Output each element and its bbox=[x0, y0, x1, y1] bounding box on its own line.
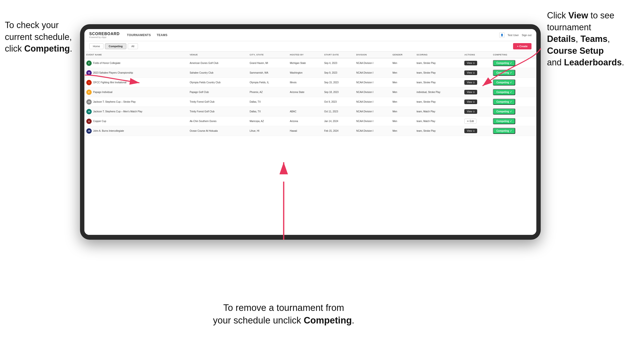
app-header: SCOREBOARD Powered by clippi TOURNAMENTS… bbox=[84, 29, 536, 41]
cell-competing: Competing bbox=[491, 107, 536, 117]
cell-hosted-by: Hawaii bbox=[288, 126, 322, 136]
view-button[interactable]: View ⊙ bbox=[464, 129, 477, 133]
cell-scoring: team, Match Play bbox=[414, 117, 462, 126]
cell-start-date: Feb 15, 2024 bbox=[322, 126, 354, 136]
cell-hosted-by: Arizona bbox=[288, 117, 322, 126]
create-button[interactable]: + Create bbox=[513, 43, 532, 49]
col-gender: GENDER bbox=[390, 52, 414, 58]
table-header-row: EVENT NAME VENUE CITY, STATE HOSTED BY S… bbox=[84, 52, 536, 58]
cell-scoring: team, Stroke Play bbox=[414, 126, 462, 136]
col-start-date: START DATE bbox=[322, 52, 354, 58]
tablet-frame: SCOREBOARD Powered by clippi TOURNAMENTS… bbox=[80, 24, 541, 240]
cell-actions: View ⊙ bbox=[462, 107, 491, 117]
competing-badge[interactable]: Competing bbox=[493, 70, 515, 76]
cell-division: NCAA Division I bbox=[354, 107, 390, 117]
table-row: JS Jackson T. Stephens Cup – Men's Match… bbox=[84, 107, 536, 117]
team-logo: JS bbox=[86, 109, 92, 114]
view-button[interactable]: View ⊙ bbox=[464, 100, 477, 104]
cell-start-date: Oct 9, 2023 bbox=[322, 97, 354, 107]
cell-gender: Men bbox=[390, 107, 414, 117]
cell-scoring: individual, Stroke Play bbox=[414, 87, 462, 97]
view-button[interactable]: View ⊙ bbox=[464, 90, 477, 94]
nav-teams[interactable]: TEAMS bbox=[157, 33, 168, 37]
tablet-screen: SCOREBOARD Powered by clippi TOURNAMENTS… bbox=[84, 29, 536, 235]
filter-all-button[interactable]: All bbox=[128, 43, 138, 49]
cell-event-name: I OFCC Fighting Illini Invitational bbox=[84, 78, 188, 87]
table-row: F Folds of Honor Collegiate American Dun… bbox=[84, 58, 536, 68]
cell-actions: View ⊙ bbox=[462, 97, 491, 107]
col-scoring: SCORING bbox=[414, 52, 462, 58]
view-button[interactable]: View ⊙ bbox=[464, 80, 477, 85]
tournaments-table: EVENT NAME VENUE CITY, STATE HOSTED BY S… bbox=[84, 52, 536, 136]
col-competing: COMPETING bbox=[491, 52, 536, 58]
scoreboard-title: SCOREBOARD bbox=[89, 32, 120, 36]
event-name-text: Jackson T. Stephens Cup – Stroke Play bbox=[93, 101, 136, 103]
competing-badge[interactable]: Competing bbox=[493, 109, 515, 115]
cell-city-state: Dallas, TX bbox=[248, 97, 288, 107]
cell-start-date: Sep 15, 2023 bbox=[322, 78, 354, 87]
cell-competing: Competing bbox=[491, 97, 536, 107]
cell-competing: Competing bbox=[491, 68, 536, 78]
table-row: JS Jackson T. Stephens Cup – Stroke Play… bbox=[84, 97, 536, 107]
cell-competing: Competing bbox=[491, 78, 536, 87]
scoreboard-powered: Powered by clippi bbox=[89, 36, 120, 38]
cell-venue: Trinity Forest Golf Club bbox=[188, 97, 248, 107]
cell-scoring: team, Stroke Play bbox=[414, 78, 462, 87]
cell-actions: ✏ Edit bbox=[462, 117, 491, 126]
competing-badge[interactable]: Competing bbox=[493, 128, 515, 134]
event-name-text: John A. Burns Intercollegiate bbox=[93, 130, 124, 132]
nav-tournaments[interactable]: TOURNAMENTS bbox=[127, 33, 151, 37]
view-button[interactable]: View ⊙ bbox=[464, 70, 477, 75]
cell-venue: Sahalee Country Club bbox=[188, 68, 248, 78]
table-container: EVENT NAME VENUE CITY, STATE HOSTED BY S… bbox=[84, 52, 536, 235]
cell-division: NCAA Division I bbox=[354, 87, 390, 97]
view-button[interactable]: View ⊙ bbox=[464, 61, 477, 65]
cell-scoring: team, Stroke Play bbox=[414, 97, 462, 107]
cell-city-state: Phoenix, AZ bbox=[248, 87, 288, 97]
table-row: I OFCC Fighting Illini Invitational Olym… bbox=[84, 78, 536, 87]
team-logo: P bbox=[86, 90, 92, 95]
cell-actions: View ⊙ bbox=[462, 58, 491, 68]
cell-competing: Competing bbox=[491, 117, 536, 126]
cell-competing: Competing bbox=[491, 87, 536, 97]
cell-division: NCAA Division I bbox=[354, 126, 390, 136]
team-logo: JS bbox=[86, 99, 92, 105]
cell-venue: Ak-Chin Southern Dunes bbox=[188, 117, 248, 126]
cell-scoring: team, Match Play bbox=[414, 107, 462, 117]
competing-badge[interactable]: Competing bbox=[493, 118, 515, 124]
view-button[interactable]: View ⊙ bbox=[464, 109, 477, 114]
cell-division: NCAA Division I bbox=[354, 78, 390, 87]
cell-hosted-by: Arizona State bbox=[288, 87, 322, 97]
cell-venue: Trinity Forest Golf Club bbox=[188, 107, 248, 117]
team-logo: I bbox=[86, 80, 92, 85]
competing-badge[interactable]: Competing bbox=[493, 89, 515, 95]
header-signout[interactable]: Sign out bbox=[522, 34, 532, 36]
filter-competing-button[interactable]: Competing bbox=[105, 43, 126, 49]
cell-scoring: team, Stroke Play bbox=[414, 68, 462, 78]
col-actions: ACTIONS bbox=[462, 52, 491, 58]
event-name-text: Folds of Honor Collegiate bbox=[93, 62, 120, 64]
team-logo: JB bbox=[86, 128, 92, 134]
cell-division: NCAA Division I bbox=[354, 97, 390, 107]
cell-city-state: Dallas, TX bbox=[248, 107, 288, 117]
cell-actions: View ⊙ bbox=[462, 126, 491, 136]
event-name-text: Papago Individual bbox=[93, 91, 112, 93]
table-row: W 2023 Sahalee Players Championship Saha… bbox=[84, 68, 536, 78]
cell-venue: Papago Golf Club bbox=[188, 87, 248, 97]
event-name-text: OFCC Fighting Illini Invitational bbox=[93, 81, 126, 84]
cell-venue: Ocean Course At Hokuala bbox=[188, 126, 248, 136]
cell-event-name: A Copper Cup bbox=[84, 117, 188, 126]
team-logo: A bbox=[86, 119, 92, 124]
competing-badge[interactable]: Competing bbox=[493, 79, 515, 85]
cell-event-name: W 2023 Sahalee Players Championship bbox=[84, 68, 188, 78]
competing-badge[interactable]: Competing bbox=[493, 99, 515, 105]
competing-badge[interactable]: Competing bbox=[493, 60, 515, 66]
cell-actions: View ⊙ bbox=[462, 68, 491, 78]
cell-gender: Men bbox=[390, 58, 414, 68]
cell-hosted-by: Illinois bbox=[288, 78, 322, 87]
cell-event-name: JS Jackson T. Stephens Cup – Stroke Play bbox=[84, 97, 188, 107]
filter-bar: Home Competing All + Create bbox=[84, 41, 536, 52]
cell-city-state: Maricopa, AZ bbox=[248, 117, 288, 126]
edit-button[interactable]: ✏ Edit bbox=[464, 119, 476, 124]
cell-start-date: Jan 14, 2024 bbox=[322, 117, 354, 126]
